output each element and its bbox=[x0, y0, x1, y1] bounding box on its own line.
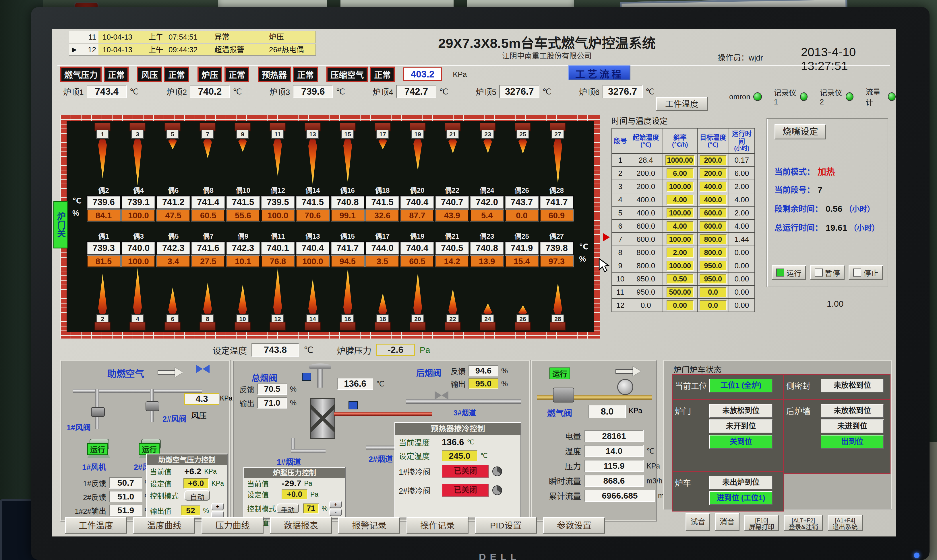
door-group-label: 侧密封 bbox=[786, 380, 821, 391]
rate-input[interactable]: 500.00 bbox=[667, 287, 694, 297]
process-flow-button[interactable]: 工艺流程 bbox=[569, 65, 630, 80]
rear-output-value[interactable]: 95.0 bbox=[468, 378, 498, 389]
couple-temperature: 741.2 bbox=[157, 196, 190, 209]
air-output-value[interactable]: 52 bbox=[181, 506, 200, 516]
bottom-tab[interactable]: 参数设置 bbox=[543, 517, 605, 534]
system-button[interactable]: 试音 bbox=[686, 513, 710, 531]
rate-input[interactable]: 2.00 bbox=[667, 248, 694, 258]
target-temp-input[interactable]: 0.0 bbox=[700, 300, 727, 311]
roof-temp-unit: ℃ bbox=[439, 87, 448, 96]
workpiece-temp-button[interactable]: 工件温度 bbox=[656, 97, 707, 111]
couple-name: 偶26 bbox=[515, 185, 529, 195]
target-temp-input[interactable]: 800.0 bbox=[700, 248, 727, 258]
bottom-tab[interactable]: 操作记录 bbox=[407, 517, 468, 534]
bottom-tab[interactable]: 数据报表 bbox=[270, 517, 332, 534]
roof-temp: 炉顶4742.7℃ bbox=[373, 85, 448, 98]
target-temp-input[interactable]: 400.0 bbox=[700, 195, 727, 205]
chamber-output-value[interactable]: 71 bbox=[303, 503, 319, 514]
bottom-tab[interactable]: 工件温度 bbox=[65, 517, 127, 534]
bottom-burner: 6 bbox=[156, 268, 190, 331]
preheater-setpoint-input[interactable]: 245.0 bbox=[442, 451, 478, 461]
operator-label: 操作员： bbox=[718, 54, 749, 62]
heat-exchanger-icon bbox=[310, 398, 335, 438]
flame-icon bbox=[484, 139, 492, 153]
rate-input[interactable]: 0.00 bbox=[667, 300, 694, 311]
air-output-plus[interactable]: + bbox=[211, 503, 224, 510]
flame-icon bbox=[168, 288, 177, 314]
fan-reading: 1#2#输出51.9% bbox=[64, 503, 151, 517]
bottom-tab[interactable]: 报警记录 bbox=[338, 517, 400, 534]
rate-input[interactable]: 1000.00 bbox=[666, 155, 695, 165]
burner-number: 11 bbox=[271, 130, 284, 139]
rate-input[interactable]: 6.00 bbox=[667, 168, 694, 178]
cold-valve2-state: 已关闭 bbox=[442, 484, 489, 497]
bottom-tab[interactable]: 压力曲线 bbox=[202, 517, 264, 534]
rate-input[interactable]: 100.00 bbox=[667, 261, 694, 271]
gas-metric-value: 14.0 bbox=[584, 445, 644, 457]
system-button[interactable]: 消音 bbox=[715, 513, 740, 531]
run-button[interactable]: 运行 bbox=[772, 265, 806, 280]
rate-input[interactable]: 100.00 bbox=[667, 234, 694, 245]
gas-metric-label: 温度 bbox=[535, 445, 581, 457]
target-temp-input[interactable]: 200.0 bbox=[700, 168, 727, 178]
target-temp-input[interactable]: 400.0 bbox=[700, 182, 727, 192]
chamber-setpoint-input[interactable]: +0.0 bbox=[282, 489, 307, 500]
target-temp-input[interactable]: 200.0 bbox=[700, 155, 727, 165]
couple-name: 偶13 bbox=[305, 231, 320, 241]
couple-output: 76.8 bbox=[261, 255, 294, 267]
air-valve1-label: 1#风阀 bbox=[66, 422, 91, 432]
status-badge-state: 正常 bbox=[225, 66, 249, 82]
couple-output: 15.4 bbox=[505, 255, 539, 267]
system-button[interactable]: [F10]屏幕打印 bbox=[744, 515, 779, 531]
target-temp-input[interactable]: 0.0 bbox=[700, 287, 727, 297]
pause-checkbox bbox=[815, 269, 823, 277]
target-temp-cell: 200.0 bbox=[697, 154, 729, 167]
door-group-label: 当前工位 bbox=[675, 380, 709, 391]
flame-icon bbox=[518, 305, 527, 314]
system-button[interactable]: [ALT+F2]登录&注销 bbox=[784, 515, 823, 531]
couple-output: 14.2 bbox=[436, 255, 469, 267]
stop-button[interactable]: 停止 bbox=[849, 265, 883, 280]
target-temp-input[interactable]: 600.0 bbox=[700, 221, 727, 231]
rate-input[interactable]: 100.00 bbox=[667, 208, 694, 218]
fan-reading-value: 51.9 bbox=[109, 505, 142, 516]
alarm-row[interactable]: ▶1210-04-13上午09:44:32超温报警26#热电偶 bbox=[69, 44, 316, 55]
alarm-row[interactable]: 1110-04-13上午07:54:51异常炉压 bbox=[69, 31, 316, 43]
rate-input[interactable]: 0.50 bbox=[667, 274, 694, 284]
bottom-tab[interactable]: 温度曲线 bbox=[133, 517, 195, 534]
pause-button[interactable]: 暂停 bbox=[810, 265, 845, 280]
air-mode-button[interactable]: 自动 bbox=[184, 490, 210, 501]
total-runtime-field: 总运行时间：19.61（小时） bbox=[775, 222, 879, 233]
bottom-tab[interactable]: PID设置 bbox=[475, 517, 537, 534]
burner-setting-button[interactable]: 烧嘴设定 bbox=[775, 124, 826, 139]
couple-temperature: 742.0 bbox=[470, 196, 504, 209]
air-setpoint-input[interactable]: +6.0 bbox=[183, 478, 209, 489]
chamber-output-minus[interactable]: - bbox=[329, 509, 342, 516]
status-badge-name: 风压 bbox=[137, 66, 162, 82]
bottom-burner: 8 bbox=[191, 268, 225, 331]
program-table-title: 时间与温度设定 bbox=[612, 115, 755, 126]
target-temp-input[interactable]: 950.0 bbox=[700, 261, 727, 271]
status-badge: 燃气压力正常 bbox=[60, 66, 129, 82]
mode-field: 当前模式：加热 bbox=[775, 165, 835, 177]
rate-input[interactable]: 100.00 bbox=[667, 182, 694, 192]
couple-output: 32.6 bbox=[366, 210, 399, 221]
burner-block-icon bbox=[129, 322, 146, 331]
system-button[interactable]: [A1+F4]退出系统 bbox=[828, 515, 863, 531]
target-temp-input[interactable]: 800.0 bbox=[700, 234, 727, 245]
chamber-output-plus[interactable]: + bbox=[329, 501, 342, 508]
chamber-mode-button[interactable]: 手动 bbox=[276, 503, 299, 513]
thermocouple-readout: 偶16740.899.1 bbox=[331, 185, 365, 221]
burner-number: 1 bbox=[96, 130, 109, 139]
photo-background: DELL 1110-04-13上午07:54:51异常炉压▶1210-04-13… bbox=[0, 0, 937, 560]
rate-input[interactable]: 4.00 bbox=[667, 195, 694, 205]
thermocouple-readout: 偶13740.4100.0 bbox=[296, 231, 330, 267]
alarm-time: 07:54:51 bbox=[168, 31, 214, 43]
rate-input[interactable]: 4.00 bbox=[667, 221, 694, 231]
target-temp-input[interactable]: 600.0 bbox=[700, 208, 727, 218]
couple-output: 43.9 bbox=[436, 210, 469, 221]
alarm-date: 10-04-13 bbox=[99, 31, 148, 43]
top-burner: 13 bbox=[296, 123, 330, 185]
compressed-air-unit: KPa bbox=[453, 70, 467, 79]
target-temp-input[interactable]: 950.0 bbox=[700, 274, 727, 284]
